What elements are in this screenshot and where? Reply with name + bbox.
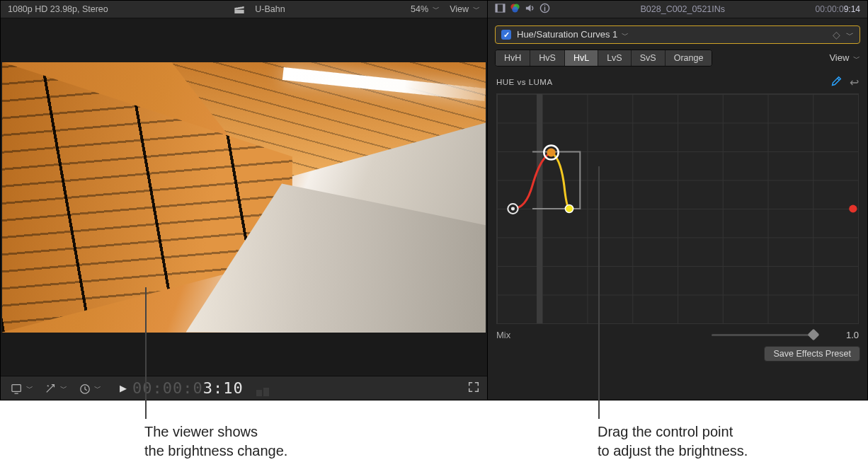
chevron-down-icon: ﹀ bbox=[94, 384, 101, 393]
eyedropper-icon[interactable] bbox=[830, 75, 843, 89]
svg-rect-0 bbox=[12, 384, 21, 391]
audio-meter[interactable] bbox=[256, 381, 272, 396]
video-frame[interactable] bbox=[2, 62, 486, 333]
chevron-down-icon: ﹀ bbox=[853, 54, 860, 62]
clip-title[interactable]: U-Bahn bbox=[255, 4, 285, 14]
timecode-dim: 00:00:0 bbox=[132, 379, 203, 397]
effect-enable-checkbox[interactable] bbox=[501, 30, 511, 40]
timecode-display[interactable]: 00:00:03:10 bbox=[132, 379, 244, 397]
hue-vs-luma-curve[interactable] bbox=[496, 93, 859, 324]
zoom-dropdown[interactable]: 54% ﹀ bbox=[411, 4, 440, 14]
mix-label: Mix bbox=[496, 330, 510, 340]
curve-title: HUE vs LUMA bbox=[496, 78, 553, 86]
reset-icon[interactable]: ↩ bbox=[850, 76, 860, 89]
tc-small-dim: 00:00:0 bbox=[816, 4, 844, 14]
transform-tool-dropdown[interactable]: ﹀ bbox=[8, 381, 36, 396]
viewer-area bbox=[1, 18, 487, 376]
view-dropdown[interactable]: View ﹀ bbox=[829, 52, 860, 64]
viewer-header: 1080p HD 23.98p, Stereo U-Bahn 54% ﹀ Vie… bbox=[1, 1, 487, 18]
svg-point-15 bbox=[849, 205, 857, 213]
preset-row: Save Effects Preset bbox=[488, 340, 867, 367]
effect-name-dropdown[interactable]: Hue/Saturation Curves 1 ﹀ bbox=[517, 29, 629, 40]
curve-section: HUE vs LUMA ↩ bbox=[488, 71, 867, 324]
mix-slider[interactable] bbox=[712, 334, 818, 336]
view-label: View bbox=[829, 52, 849, 63]
video-inspector-icon[interactable] bbox=[495, 3, 506, 16]
viewer-panel: 1080p HD 23.98p, Stereo U-Bahn 54% ﹀ Vie… bbox=[1, 1, 488, 400]
tc-small-bright: 9:14 bbox=[844, 4, 860, 14]
mix-value: 1.0 bbox=[825, 330, 859, 340]
svg-point-14 bbox=[547, 149, 555, 157]
chevron-down-icon: ﹀ bbox=[26, 384, 33, 393]
callout-text-left: The viewer shows the brightness change. bbox=[144, 422, 287, 461]
chevron-down-icon: ﹀ bbox=[622, 31, 629, 39]
svg-point-11 bbox=[511, 207, 515, 211]
svg-point-7 bbox=[512, 6, 518, 12]
chevron-down-icon: ﹀ bbox=[473, 4, 480, 14]
curve-tab-hvs[interactable]: HvS bbox=[530, 50, 565, 66]
chevron-down-icon: ﹀ bbox=[60, 384, 67, 393]
curve-tab-hvh[interactable]: HvH bbox=[496, 50, 530, 66]
effect-header-row[interactable]: Hue/Saturation Curves 1 ﹀ ◇ ﹀ bbox=[495, 25, 860, 44]
format-label: 1080p HD 23.98p, Stereo bbox=[8, 4, 108, 14]
play-button[interactable]: ▶ bbox=[120, 383, 127, 393]
curve-tab-svs[interactable]: SvS bbox=[632, 50, 666, 66]
curve-tab-row: HvHHvSHvLLvSSvSOrange View ﹀ bbox=[488, 50, 867, 71]
chevron-down-icon[interactable]: ﹀ bbox=[846, 30, 854, 40]
callout-text-right: Drag the control point to adjust the bri… bbox=[598, 422, 748, 461]
save-effects-preset-button[interactable]: Save Effects Preset bbox=[764, 346, 860, 362]
zoom-value: 54% bbox=[411, 4, 428, 14]
app-window: 1080p HD 23.98p, Stereo U-Bahn 54% ﹀ Vie… bbox=[0, 0, 868, 400]
inspector-timecode: 00:00:09:14 bbox=[816, 4, 860, 14]
clapper-icon[interactable] bbox=[234, 4, 245, 14]
retime-tool-dropdown[interactable]: ﹀ bbox=[76, 381, 104, 396]
curve-tab-orange[interactable]: Orange bbox=[666, 50, 712, 66]
color-inspector-icon[interactable] bbox=[510, 3, 520, 16]
svg-rect-3 bbox=[496, 4, 498, 12]
audio-inspector-icon[interactable] bbox=[525, 3, 535, 16]
inspector-header: B028_C002_0521INs 00:00:09:14 bbox=[488, 1, 867, 18]
view-label: View bbox=[450, 4, 469, 14]
viewer-footer: ﹀ ﹀ ﹀ ▶ 00:00:03:10 bbox=[1, 376, 487, 400]
curve-tab-hvl[interactable]: HvL bbox=[565, 50, 598, 66]
chevron-down-icon: ﹀ bbox=[433, 4, 440, 14]
mix-row: Mix 1.0 bbox=[488, 324, 867, 340]
enhance-tool-dropdown[interactable]: ﹀ bbox=[42, 381, 70, 396]
keyframe-icon[interactable]: ◇ bbox=[833, 29, 840, 40]
svg-point-12 bbox=[565, 205, 573, 213]
svg-rect-4 bbox=[503, 4, 505, 12]
curve-tab-lvs[interactable]: LvS bbox=[598, 50, 632, 66]
inspector-panel: B028_C002_0521INs 00:00:09:14 Hue/Satura… bbox=[488, 1, 867, 400]
fullscreen-button[interactable] bbox=[467, 381, 480, 396]
effect-name-label: Hue/Saturation Curves 1 bbox=[517, 29, 617, 40]
timecode-bright: 3:10 bbox=[203, 379, 244, 397]
view-dropdown[interactable]: View ﹀ bbox=[450, 4, 480, 14]
inspector-clip-name: B028_C002_0521INs bbox=[554, 4, 811, 14]
curve-tab-segmented: HvHHvSHvLLvSSvSOrange bbox=[495, 50, 712, 67]
info-inspector-icon[interactable] bbox=[539, 3, 550, 16]
